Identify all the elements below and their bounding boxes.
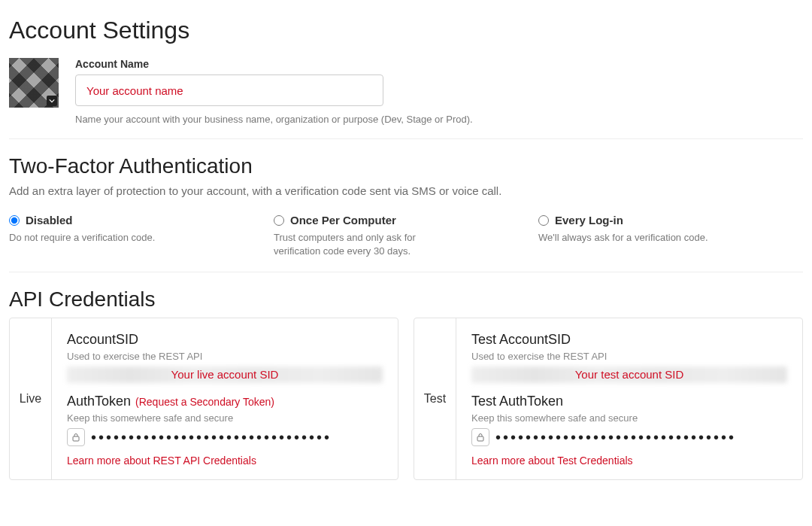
test-learn-more-link[interactable]: Learn more about Test Credentials [471, 455, 633, 467]
tfa-label-every: Every Log-in [555, 214, 623, 227]
api-title: API Credentials [9, 287, 803, 312]
tfa-options: Disabled Do not require a verification c… [9, 214, 803, 258]
page-title: Account Settings [9, 17, 803, 44]
avatar-menu-chevron-icon[interactable] [47, 96, 57, 106]
test-sid-label: Test AccountSID [471, 332, 787, 348]
account-avatar[interactable] [9, 58, 59, 108]
svg-rect-1 [477, 436, 483, 441]
live-token-mask: •••••••••••••••••••••••••••••••• [91, 430, 332, 445]
tfa-radio-every[interactable] [538, 215, 549, 226]
test-sid-sub: Used to exercise the REST API [471, 351, 787, 362]
tfa-title: Two-Factor Authentication [9, 154, 803, 178]
lock-icon[interactable] [67, 428, 85, 446]
live-token-label: AuthToken [67, 394, 131, 409]
account-name-input[interactable] [75, 74, 383, 106]
svg-rect-0 [73, 436, 79, 441]
divider [9, 138, 803, 139]
account-name-row: Account Name Name your account with your… [9, 58, 803, 125]
live-sid-sub: Used to exercise the REST API [67, 351, 383, 362]
live-side-label: Live [10, 318, 52, 479]
live-sid-overlay: Your live account SID [171, 368, 279, 381]
tfa-desc-disabled: Do not require a verification code. [9, 231, 197, 245]
lock-icon[interactable] [471, 428, 489, 446]
tfa-label-disabled: Disabled [26, 214, 73, 227]
tfa-option-disabled[interactable]: Disabled [9, 214, 274, 227]
tfa-radio-once[interactable] [274, 215, 284, 226]
test-token-label: Test AuthToken [471, 394, 787, 409]
tfa-radio-disabled[interactable] [9, 215, 20, 226]
live-token-sub: Keep this somewhere safe and secure [67, 412, 383, 424]
divider [9, 272, 803, 272]
tfa-option-every[interactable]: Every Log-in [538, 214, 803, 227]
request-secondary-token-link[interactable]: (Request a Secondary Token) [135, 396, 274, 408]
test-sid-overlay: Your test account SID [575, 368, 684, 381]
tfa-label-once: Once Per Computer [290, 214, 396, 227]
test-token-sub: Keep this somewhere safe and secure [471, 412, 787, 424]
api-credentials-row: Live AccountSID Used to exercise the RES… [9, 318, 803, 480]
live-sid-label: AccountSID [67, 332, 383, 348]
live-learn-more-link[interactable]: Learn more about REST API Credentials [67, 455, 256, 467]
tfa-option-once[interactable]: Once Per Computer [274, 214, 538, 227]
tfa-desc-once: Trust computers and only ask for verific… [274, 231, 462, 258]
account-name-help: Name your account with your business nam… [75, 114, 803, 125]
test-token-mask: •••••••••••••••••••••••••••••••• [495, 430, 736, 445]
account-name-label: Account Name [75, 58, 803, 70]
test-side-label: Test [414, 318, 456, 479]
live-credentials-card: Live AccountSID Used to exercise the RES… [9, 318, 398, 480]
test-credentials-card: Test Test AccountSID Used to exercise th… [414, 318, 803, 480]
tfa-desc-every: We'll always ask for a verification code… [538, 231, 726, 245]
tfa-desc: Add an extra layer of protection to your… [9, 184, 803, 197]
